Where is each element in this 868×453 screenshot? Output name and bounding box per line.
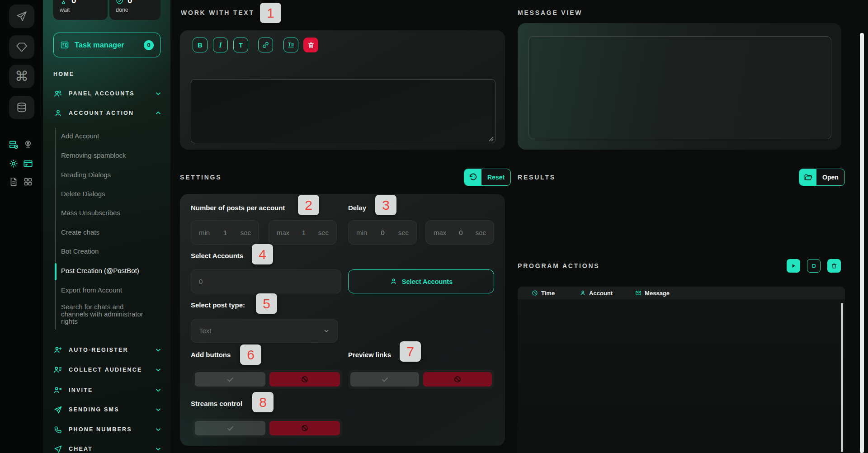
chevron-down-icon: [155, 387, 162, 394]
person-invite-icon: [53, 386, 62, 395]
server-check-icon[interactable]: [8, 139, 19, 150]
streams-control-disable[interactable]: [269, 421, 340, 435]
sidebar-item-sending-sms[interactable]: SENDING SMS: [53, 404, 162, 415]
sidebar-item-panel-accounts[interactable]: PANEL ACCOUNTS: [53, 88, 162, 99]
person-icon: [53, 109, 62, 118]
sidebar-item-phone-numbers[interactable]: PHONE NUMBERS: [53, 424, 162, 435]
min-unit: sec: [398, 229, 409, 236]
menu-item-add-account[interactable]: Add Account: [61, 132, 156, 140]
gear-icon[interactable]: [8, 158, 19, 169]
menu-item-bot-creation[interactable]: Bot Creation: [61, 247, 156, 255]
min-prefix: min: [199, 229, 210, 236]
bold-button[interactable]: B: [193, 38, 208, 52]
delay-max-input[interactable]: max 0 sec: [425, 220, 494, 245]
streams-control-enable[interactable]: [195, 421, 265, 435]
accounts-count-input[interactable]: 0: [191, 269, 341, 293]
menu-item-delete-dialogs[interactable]: Delete Dialogs: [61, 190, 156, 198]
menu-item-export-from-account[interactable]: Export from Account: [61, 286, 156, 294]
preview-links-enable[interactable]: [350, 372, 419, 387]
clock-icon: [532, 290, 538, 296]
task-manager-button[interactable]: Task manager 0: [53, 33, 160, 57]
program-actions-table: Time Account Message: [518, 287, 845, 453]
message-textarea[interactable]: [191, 79, 495, 143]
clear-actions-button[interactable]: [827, 259, 841, 273]
sending-sms-label: SENDING SMS: [69, 406, 148, 413]
reset-label: Reset: [481, 169, 510, 185]
annotation-badge-1: 1: [260, 3, 281, 23]
command-icon[interactable]: ⌘: [9, 65, 34, 88]
min-prefix: min: [356, 229, 367, 236]
sidebar-item-account-action[interactable]: ACCOUNT ACTION: [53, 108, 162, 118]
browser-icon[interactable]: [23, 158, 33, 169]
menu-item-post-creation[interactable]: Post Creation (@PostBot): [61, 267, 156, 274]
reset-button[interactable]: Reset: [464, 169, 511, 186]
done-label: done: [116, 7, 160, 13]
posts-max-input[interactable]: max 1 sec: [269, 220, 337, 245]
sidebar-item-home[interactable]: HOME: [53, 69, 162, 80]
chevron-down-icon: [155, 90, 162, 97]
account-header-label: Account: [589, 290, 613, 297]
hourglass-icon: [60, 0, 67, 5]
menu-item-search-admin-rights[interactable]: Search for chats and channels with admin…: [61, 303, 150, 326]
table-scrollbar[interactable]: [841, 303, 843, 452]
time-header-label: Time: [541, 290, 555, 297]
menu-item-removing-spamblock[interactable]: Removing spamblock: [61, 151, 156, 159]
open-results-button[interactable]: Open: [799, 169, 845, 186]
diamond-icon[interactable]: [9, 35, 34, 59]
preview-links-disable[interactable]: [423, 372, 492, 387]
link-button[interactable]: [258, 38, 273, 52]
submenu-guide-line: [55, 128, 56, 330]
delay-min-input[interactable]: min 0 sec: [348, 220, 417, 245]
folder-open-icon: [799, 169, 816, 185]
send-icon[interactable]: [9, 5, 34, 28]
page-scrollbar[interactable]: [860, 33, 864, 453]
streams-control-toggle: [193, 419, 342, 438]
chevron-down-icon: [155, 445, 162, 453]
chevron-down-icon: [155, 346, 162, 354]
menu-item-create-chats[interactable]: Create chats: [61, 228, 156, 236]
post-type-select[interactable]: Text: [191, 319, 338, 343]
task-manager-label: Task manager: [75, 41, 138, 49]
annotation-badge-6: 6: [240, 344, 261, 365]
max-prefix: max: [277, 229, 289, 236]
phone-icon: [53, 425, 62, 434]
posts-min-input[interactable]: min 1 sec: [191, 220, 259, 245]
wait-label: wait: [60, 7, 108, 13]
annotation-badge-7: 7: [400, 341, 421, 362]
text-style-button[interactable]: T: [233, 38, 248, 52]
app-root: ⌘ 0 wait: [0, 0, 868, 453]
add-buttons-enable[interactable]: [195, 372, 265, 387]
task-manager-count: 0: [144, 40, 154, 50]
settings-card: Number of posts per account Delay min 1 …: [180, 194, 505, 446]
post-type-value: Text: [199, 327, 212, 335]
sidebar: 0 wait 0 done Task manager 0 HOME PANEL …: [43, 0, 170, 453]
sidebar-item-cheat[interactable]: CHEAT: [53, 444, 162, 453]
menu-item-mass-unsubscribes[interactable]: Mass Unsubscribes: [61, 209, 156, 217]
text-format-button[interactable]: [283, 38, 298, 52]
database-icon[interactable]: [9, 96, 34, 119]
invite-label: INVITE: [69, 387, 148, 393]
table-header: Time Account Message: [518, 287, 845, 299]
column-time: Time: [532, 290, 555, 297]
column-message: Message: [635, 290, 670, 297]
menu-item-reading-dialogs[interactable]: Reading Dialogs: [61, 171, 156, 179]
icon-rail: ⌘: [0, 0, 43, 453]
sidebar-item-invite[interactable]: INVITE: [53, 385, 162, 396]
sidebar-item-auto-register[interactable]: AUTO-REGISTER: [53, 344, 162, 355]
chevron-down-icon: [155, 426, 162, 433]
max-unit: sec: [476, 229, 486, 236]
add-buttons-disable[interactable]: [269, 372, 340, 387]
stop-button[interactable]: [807, 259, 821, 273]
document-icon[interactable]: [8, 176, 19, 187]
webcam-icon[interactable]: [23, 139, 33, 150]
delete-text-button[interactable]: [303, 38, 318, 52]
message-preview-box: [528, 36, 831, 139]
collect-audience-label: COLLECT AUDIENCE: [69, 367, 148, 373]
sidebar-item-collect-audience[interactable]: COLLECT AUDIENCE: [53, 364, 162, 375]
select-accounts-label: Select Accounts: [191, 252, 243, 260]
grid-icon[interactable]: [23, 176, 33, 187]
italic-button[interactable]: I: [213, 38, 228, 52]
select-accounts-button[interactable]: Select Accounts: [348, 269, 494, 293]
preview-links-label: Preview links: [348, 351, 391, 359]
play-button[interactable]: [787, 259, 800, 273]
